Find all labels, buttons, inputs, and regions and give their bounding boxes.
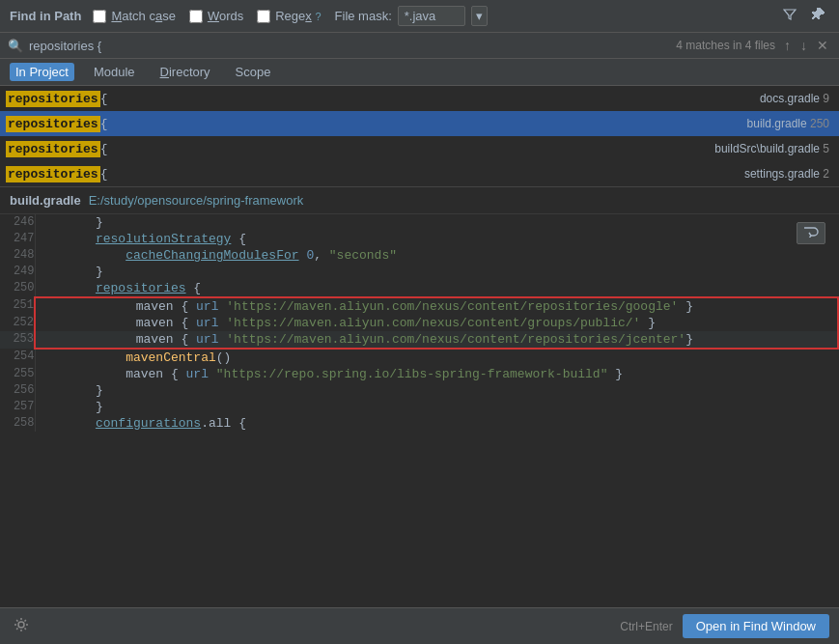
result-highlight: repositories (6, 91, 100, 107)
result-content: repositories { (6, 141, 107, 157)
line-number: 251 (0, 297, 35, 315)
result-suffix: { (100, 92, 108, 106)
regex-label: Regex ? (275, 9, 321, 23)
code-preview-header: build.gradle E:/study/opensource/spring-… (0, 187, 839, 214)
result-suffix: { (100, 167, 108, 182)
line-number: 250 (0, 280, 35, 297)
code-content: resolutionStrategy { (35, 231, 838, 247)
results-list: repositories { docs.gradle 9 repositorie… (0, 86, 839, 187)
result-suffix: { (100, 142, 108, 156)
preview-filename: build.gradle (10, 193, 81, 208)
match-case-checkbox[interactable] (93, 10, 106, 23)
file-name: docs.gradle (760, 92, 820, 105)
result-file: docs.gradle 9 (760, 92, 829, 105)
code-line-254: 254 mavenCentral() (0, 349, 838, 366)
search-nav-buttons: ↑ ↓ ✕ (781, 37, 831, 54)
result-file: settings.gradle 2 (744, 167, 829, 181)
code-content: maven { url 'https://maven.aliyun.com/ne… (35, 297, 838, 315)
scope-tabs: In Project Module Directory Scope (0, 59, 839, 86)
code-content: } (35, 264, 838, 280)
code-content: } (35, 382, 838, 399)
toolbar: Find in Path Match case Words Regex ? Fi… (0, 0, 839, 33)
tab-scope[interactable]: Scope (230, 63, 277, 81)
code-line-249: 249 } (0, 264, 838, 280)
code-line-250: 250 repositories { (0, 280, 838, 297)
wrap-button[interactable] (797, 222, 825, 244)
main-window: Find in Path Match case Words Regex ? Fi… (0, 0, 839, 644)
shortcut-label: Ctrl+Enter (620, 620, 672, 633)
code-line-247: 247 resolutionStrategy { (0, 231, 838, 247)
result-row[interactable]: repositories { build.gradle 250 (0, 111, 839, 136)
bottom-bar: Ctrl+Enter Open in Find Window (0, 607, 839, 644)
words-checkbox[interactable] (189, 10, 203, 23)
tab-module[interactable]: Module (88, 63, 141, 81)
settings-button[interactable] (10, 615, 33, 638)
filter-icon (783, 8, 797, 21)
code-line-248: 248 cacheChangingModulesFor 0, "seconds" (0, 247, 838, 264)
code-content: maven { url "https://repo.spring.io/libs… (35, 366, 838, 382)
line-number: 257 (0, 399, 35, 415)
window-title: Find in Path (10, 9, 81, 23)
line-number: 246 (0, 214, 35, 231)
code-line-251: 251 maven { url 'https://maven.aliyun.co… (0, 297, 838, 315)
result-highlight: repositories (6, 166, 100, 182)
file-name: build.gradle (747, 117, 807, 130)
code-content: } (35, 399, 838, 415)
result-content: repositories { (6, 166, 107, 182)
result-row[interactable]: repositories { docs.gradle 9 (0, 86, 839, 111)
match-case-option[interactable]: Match case (93, 9, 176, 23)
result-row[interactable]: repositories { buildSrc\build.gradle 5 (0, 136, 839, 161)
open-find-window-button[interactable]: Open in Find Window (683, 614, 829, 638)
line-number: 255 (0, 366, 35, 382)
line-number: 249 (0, 264, 35, 280)
wrap-icon (803, 226, 819, 238)
search-input[interactable] (29, 39, 670, 53)
bottom-right: Ctrl+Enter Open in Find Window (620, 614, 829, 638)
file-mask-section: File mask: ▾ (335, 6, 488, 26)
line-number: 247 (0, 231, 35, 247)
prev-match-button[interactable]: ↑ (781, 37, 794, 54)
file-name: buildSrc\build.gradle (714, 142, 820, 155)
line-number: 258 (0, 415, 35, 432)
result-file: build.gradle 250 (747, 117, 829, 130)
line-number: 252 (0, 315, 35, 331)
code-line-256: 256 } (0, 382, 838, 399)
code-line-252: 252 maven { url 'https://maven.aliyun.co… (0, 315, 838, 331)
pin-icon (812, 8, 825, 21)
match-case-label: Match case (111, 9, 176, 23)
tab-in-project[interactable]: In Project (10, 63, 74, 81)
result-highlight: repositories (6, 116, 100, 132)
toolbar-icons (779, 6, 829, 26)
close-search-button[interactable]: ✕ (814, 37, 831, 54)
search-icon: 🔍 (8, 39, 23, 53)
code-scroll-wrapper[interactable]: 246 } 247 resolutionStrategy { 248 cache… (0, 214, 839, 514)
code-content: configurations.all { (35, 415, 838, 432)
settings-icon (14, 617, 29, 632)
line-number: 248 (0, 247, 35, 264)
filter-button[interactable] (779, 6, 800, 26)
code-content: maven { url 'https://maven.aliyun.com/ne… (35, 331, 838, 349)
svg-point-0 (18, 622, 24, 628)
regex-checkbox[interactable] (257, 10, 270, 23)
match-count: 4 matches in 4 files (676, 39, 775, 52)
pin-button[interactable] (808, 6, 829, 26)
regex-option[interactable]: Regex ? (257, 9, 321, 23)
result-row[interactable]: repositories { settings.gradle 2 (0, 161, 839, 186)
file-mask-dropdown[interactable]: ▾ (471, 6, 488, 26)
file-name: settings.gradle (744, 167, 820, 181)
file-mask-input[interactable] (398, 6, 465, 26)
code-line-258: 258 configurations.all { (0, 415, 838, 432)
next-match-button[interactable]: ↓ (797, 37, 810, 54)
toolbar-options: Match case Words Regex ? File mask: ▾ (93, 6, 764, 26)
code-line-253: 253 maven { url 'https://maven.aliyun.co… (0, 331, 838, 349)
preview-filepath: E:/study/opensource/spring-framework (89, 193, 304, 208)
result-suffix: { (100, 117, 108, 131)
words-option[interactable]: Words (189, 9, 243, 23)
code-content: } (35, 214, 838, 231)
result-content: repositories { (6, 91, 107, 107)
tab-directory[interactable]: Directory (154, 63, 216, 81)
result-highlight: repositories (6, 141, 100, 157)
file-mask-label: File mask: (335, 9, 392, 23)
words-label: Words (208, 9, 243, 23)
code-table: 246 } 247 resolutionStrategy { 248 cache… (0, 214, 839, 432)
